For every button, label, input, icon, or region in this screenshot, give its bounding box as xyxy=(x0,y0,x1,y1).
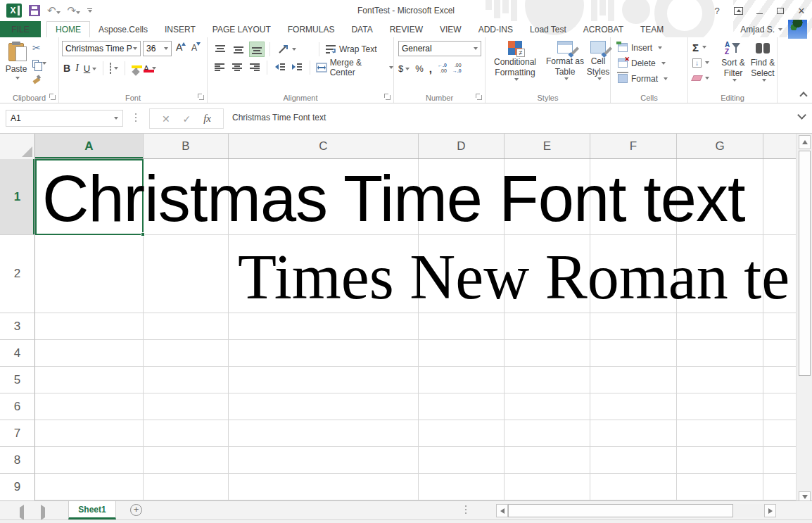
row-header-3[interactable]: 3 xyxy=(0,313,35,340)
orientation-button[interactable] xyxy=(276,42,290,56)
help-button[interactable]: ? xyxy=(706,1,728,20)
row-header-6[interactable]: 6 xyxy=(0,393,35,420)
delete-cells-button[interactable]: Delete xyxy=(618,57,668,69)
ribbon-display-options-button[interactable] xyxy=(728,1,749,20)
column-header-partial[interactable] xyxy=(763,134,796,158)
minimize-button[interactable] xyxy=(749,1,770,20)
cell-styles-button[interactable]: Cell Styles xyxy=(585,41,611,80)
align-bottom-button[interactable] xyxy=(250,42,264,56)
scroll-right-button[interactable] xyxy=(764,504,776,517)
cut-button[interactable]: ✂ xyxy=(32,42,46,53)
vertical-scrollbar[interactable] xyxy=(796,134,812,503)
tab-formulas[interactable]: FORMULAS xyxy=(279,21,343,37)
align-middle-button[interactable] xyxy=(231,42,246,56)
horizontal-scroll-track[interactable] xyxy=(733,504,764,517)
format-painter-button[interactable] xyxy=(32,73,46,84)
user-avatar[interactable] xyxy=(788,20,807,39)
tab-add-ins[interactable]: ADD-INS xyxy=(470,21,521,37)
new-sheet-button[interactable]: + xyxy=(130,504,142,516)
find-select-button[interactable]: Find & Select xyxy=(749,41,777,82)
increase-indent-button[interactable] xyxy=(291,61,304,75)
close-button[interactable]: ✕ xyxy=(791,1,812,20)
align-left-button[interactable] xyxy=(213,61,227,75)
tab-home[interactable]: HOME xyxy=(46,21,90,37)
previous-sheet-button[interactable] xyxy=(20,508,24,517)
align-top-button[interactable] xyxy=(213,42,227,56)
vertical-scroll-thumb[interactable] xyxy=(799,151,811,376)
select-all-corner[interactable] xyxy=(0,134,35,159)
column-header-e[interactable]: E xyxy=(505,134,590,158)
insert-cells-button[interactable]: Insert xyxy=(618,42,668,53)
redo-button[interactable]: ↷ xyxy=(68,5,81,16)
cancel-icon[interactable]: ✕ xyxy=(162,113,170,125)
font-dialog-launcher[interactable] xyxy=(198,94,205,101)
decrease-indent-button[interactable] xyxy=(273,61,286,75)
paste-button[interactable]: Paste xyxy=(3,40,30,91)
align-right-button[interactable] xyxy=(248,61,262,75)
align-center-button[interactable] xyxy=(231,61,244,75)
copy-button[interactable] xyxy=(32,58,46,69)
enter-icon[interactable]: ✓ xyxy=(183,113,191,125)
borders-button[interactable] xyxy=(110,63,111,73)
percent-style-button[interactable]: % xyxy=(415,63,424,74)
accounting-format-button[interactable]: $ xyxy=(398,63,410,74)
save-button[interactable] xyxy=(29,5,40,16)
tab-load-test[interactable]: Load Test xyxy=(521,21,575,37)
user-account-menu[interactable]: Amjad S. xyxy=(740,21,782,37)
decrease-decimal-button[interactable]: .00→.0 xyxy=(452,63,462,75)
clear-button[interactable] xyxy=(692,72,709,84)
tab-file[interactable]: FILE xyxy=(0,21,41,37)
expand-formula-bar-icon[interactable] xyxy=(797,111,806,120)
format-cells-button[interactable]: Format xyxy=(618,73,668,84)
tab-review[interactable]: REVIEW xyxy=(381,21,431,37)
decrease-font-size-button[interactable]: A xyxy=(191,43,201,53)
row-header-8[interactable]: 8 xyxy=(0,447,35,474)
tab-acrobat[interactable]: ACROBAT xyxy=(575,21,632,37)
conditional-formatting-button[interactable]: ≠ Conditional Formatting xyxy=(490,41,540,81)
sort-filter-button[interactable]: A Z Sort & Filter xyxy=(719,41,747,82)
italic-button[interactable]: I xyxy=(75,63,79,74)
scroll-up-button[interactable] xyxy=(799,135,811,149)
sheet-tab-sheet1[interactable]: Sheet1 xyxy=(68,501,116,519)
column-header-c[interactable]: C xyxy=(229,134,419,158)
next-sheet-button[interactable] xyxy=(41,508,45,517)
column-header-g[interactable]: G xyxy=(677,134,763,158)
cells-area[interactable]: Christmas Time Font text Times New Roman… xyxy=(35,159,796,500)
autosum-button[interactable]: Σ xyxy=(692,41,709,53)
column-header-d[interactable]: D xyxy=(419,134,505,158)
underline-button[interactable]: U xyxy=(84,63,96,74)
row-header-2[interactable]: 2 xyxy=(0,235,35,313)
alignment-dialog-launcher[interactable] xyxy=(384,94,391,101)
horizontal-scrollbar[interactable] xyxy=(496,504,776,517)
tab-view[interactable]: VIEW xyxy=(431,21,470,37)
bold-button[interactable]: B xyxy=(63,63,70,74)
increase-font-size-button[interactable]: A xyxy=(176,42,186,53)
scroll-left-button[interactable] xyxy=(496,504,508,517)
tab-team[interactable]: TEAM xyxy=(632,21,672,37)
number-format-combobox[interactable]: General xyxy=(398,41,481,56)
tab-aspose-cells[interactable]: Aspose.Cells xyxy=(90,21,156,37)
clipboard-dialog-launcher[interactable] xyxy=(49,94,56,101)
column-header-a[interactable]: A xyxy=(35,134,144,158)
name-box-resizer[interactable] xyxy=(135,113,137,124)
excel-app-icon[interactable]: X xyxy=(6,4,22,18)
font-name-combobox[interactable]: Christmas Time P xyxy=(62,41,141,56)
tab-page-layout[interactable]: PAGE LAYOUT xyxy=(204,21,279,37)
font-color-button[interactable]: A xyxy=(144,63,148,73)
tab-insert[interactable]: INSERT xyxy=(156,21,204,37)
column-header-f[interactable]: F xyxy=(590,134,677,158)
row-header-9[interactable]: 9 xyxy=(0,474,35,500)
name-box[interactable]: A1 xyxy=(6,110,123,127)
merge-center-button[interactable]: Merge & Center xyxy=(316,58,393,77)
comma-style-button[interactable]: , xyxy=(429,63,432,75)
row-header-7[interactable]: 7 xyxy=(0,420,35,447)
wrap-text-button[interactable]: Wrap Text xyxy=(325,44,377,55)
fill-button[interactable]: ↓ xyxy=(692,56,709,69)
row-header-5[interactable]: 5 xyxy=(0,367,35,393)
format-as-table-button[interactable]: Format as Table xyxy=(543,41,587,80)
tab-data[interactable]: DATA xyxy=(343,21,381,37)
font-size-combobox[interactable]: 36 xyxy=(143,41,172,56)
formula-input[interactable]: Christmas Time Font text xyxy=(232,113,326,122)
column-header-b[interactable]: B xyxy=(144,134,229,158)
horizontal-scroll-thumb[interactable] xyxy=(508,504,733,517)
